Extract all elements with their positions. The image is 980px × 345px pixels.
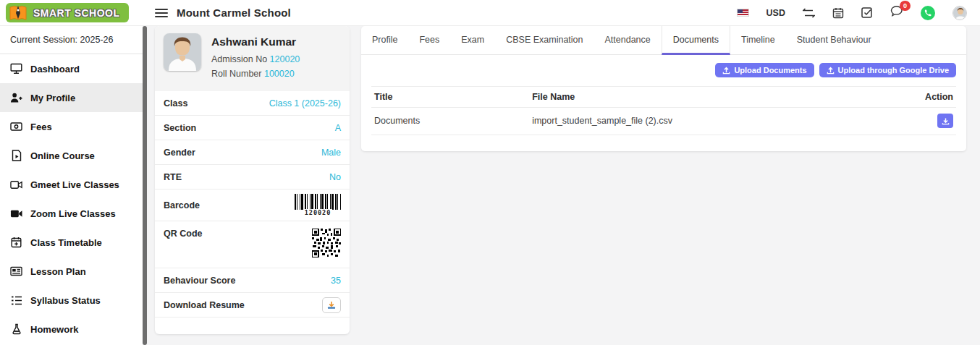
currency-label[interactable]: USD <box>766 8 785 18</box>
user-avatar[interactable] <box>952 6 967 20</box>
upload-google-drive-label: Upload through Google Drive <box>838 66 949 74</box>
logo[interactable]: SMART SCHOOL <box>0 3 143 22</box>
sidebar-item-label: Zoom Live Classes <box>30 208 116 219</box>
sidebar: Current Session: 2025-26 Dashboard My Pr… <box>0 26 143 345</box>
sidebar-item-homework[interactable]: Homework <box>0 315 143 344</box>
detail-row-rte: RTE No <box>155 165 350 189</box>
person-plus-icon <box>10 92 22 104</box>
detail-value: A <box>335 123 341 133</box>
detail-label: Gender <box>164 148 195 158</box>
tab-fees[interactable]: Fees <box>408 26 450 54</box>
tab-attendance[interactable]: Attendance <box>594 26 662 54</box>
sidebar-item-class-timetable[interactable]: Class Timetable <box>0 228 143 257</box>
upload-icon <box>827 67 835 74</box>
flask-icon <box>10 323 22 336</box>
sidebar-item-label: Lesson Plan <box>30 266 86 277</box>
upload-documents-button[interactable]: Upload Documents <box>715 63 814 77</box>
student-detail-panel: Profile Fees Exam CBSE Examination Atten… <box>361 26 966 151</box>
student-profile-card: Ashwani Kumar Admission No 120020 Roll N… <box>155 26 350 334</box>
detail-label: Section <box>164 123 196 133</box>
sidebar-item-label: My Profile <box>30 93 75 103</box>
tab-profile[interactable]: Profile <box>361 26 408 54</box>
tab-exam[interactable]: Exam <box>450 26 495 54</box>
admission-no-value: 120020 <box>270 54 300 64</box>
detail-label: RTE <box>164 172 182 182</box>
download-document-button[interactable] <box>937 114 953 128</box>
task-check-icon[interactable] <box>861 7 872 18</box>
download-resume-label: Download Resume <box>164 300 245 310</box>
detail-value[interactable]: Class 1 (2025-26) <box>269 98 341 108</box>
newspaper-icon <box>10 265 22 278</box>
student-name: Ashwani Kumar <box>211 35 300 48</box>
money-icon <box>10 121 22 133</box>
detail-row-barcode: Barcode 120020 <box>155 189 350 221</box>
download-resume-button[interactable] <box>322 297 341 313</box>
sidebar-item-label: Class Timetable <box>30 237 102 248</box>
admission-label: Admission No <box>211 54 267 64</box>
column-header-title: Title <box>371 87 529 108</box>
chat-badge: 0 <box>900 1 911 11</box>
tab-bar: Profile Fees Exam CBSE Examination Atten… <box>361 26 966 55</box>
sidebar-item-label: Online Course <box>30 150 95 161</box>
document-file-name-cell: import_student_sample_file (2).csv <box>529 108 909 135</box>
sidebar-item-dashboard[interactable]: Dashboard <box>0 54 143 83</box>
barcode-label: Barcode <box>164 200 200 210</box>
detail-row-section: Section A <box>155 116 350 140</box>
sidebar-item-my-profile[interactable]: My Profile <box>0 83 143 112</box>
detail-label: Class <box>164 98 187 108</box>
detail-value: Male <box>321 148 341 158</box>
upload-google-drive-button[interactable]: Upload through Google Drive <box>819 63 956 77</box>
page-title: Mount Carmel School <box>177 7 291 19</box>
sidebar-item-label: Syllabus Status <box>30 295 101 306</box>
behaviour-score-label: Behaviour Score <box>164 276 235 286</box>
sidebar-item-label: Dashboard <box>30 64 80 74</box>
column-header-action: Action <box>909 87 956 108</box>
calendar-plus-icon <box>10 237 22 249</box>
barcode-image: 120020 <box>295 194 341 216</box>
detail-row-qr-code: QR Code <box>155 221 350 268</box>
current-session-label: Current Session: 2025-26 <box>0 26 143 54</box>
detail-value: No <box>329 172 341 182</box>
tab-timeline[interactable]: Timeline <box>730 26 786 54</box>
file-video-icon <box>10 150 22 162</box>
qr-code-image <box>312 229 341 260</box>
sidebar-item-gmeet-live-classes[interactable]: Gmeet Live Classes <box>0 170 143 199</box>
sidebar-item-label: Fees <box>30 122 52 132</box>
logo-text: SMART SCHOOL <box>33 7 120 19</box>
student-photo <box>164 33 201 71</box>
table-row: Documents import_student_sample_file (2)… <box>371 108 956 135</box>
sidebar-item-fees[interactable]: Fees <box>0 112 143 141</box>
exchange-icon[interactable] <box>803 8 815 18</box>
admission-no-line: Admission No 120020 <box>211 52 300 67</box>
column-header-file-name: File Name <box>529 87 909 108</box>
calendar-icon[interactable] <box>832 7 844 19</box>
sidebar-item-online-course[interactable]: Online Course <box>0 141 143 170</box>
roll-number-value: 100020 <box>264 69 295 79</box>
detail-row-download-resume: Download Resume <box>155 293 350 318</box>
tab-student-behaviour[interactable]: Student Behaviour <box>786 26 882 54</box>
sidebar-item-label: Homework <box>30 324 78 335</box>
roll-label: Roll Number <box>211 69 261 79</box>
sidebar-item-syllabus-status[interactable]: Syllabus Status <box>0 286 143 315</box>
sidebar-item-zoom-live-classes[interactable]: Zoom Live Classes <box>0 199 143 228</box>
behaviour-score-value: 35 <box>331 276 341 286</box>
detail-row-behaviour-score: Behaviour Score 35 <box>155 268 350 293</box>
upload-icon <box>722 67 730 74</box>
tab-cbse-examination[interactable]: CBSE Examination <box>495 26 594 54</box>
upload-documents-label: Upload Documents <box>734 66 806 74</box>
detail-row-gender: Gender Male <box>155 140 350 165</box>
hamburger-menu-icon[interactable] <box>155 7 168 20</box>
dashboard-icon <box>10 63 22 75</box>
barcode-number: 120020 <box>303 209 333 216</box>
whatsapp-icon[interactable] <box>921 6 935 20</box>
sidebar-item-lesson-plan[interactable]: Lesson Plan <box>0 257 143 286</box>
us-flag-icon[interactable] <box>737 9 749 17</box>
top-header: SMART SCHOOL Mount Carmel School USD <box>0 0 980 26</box>
tab-documents[interactable]: Documents <box>662 26 730 55</box>
sidebar-item-label: Gmeet Live Classes <box>30 179 119 190</box>
roll-number-line: Roll Number 100020 <box>211 67 300 81</box>
chat-icon[interactable]: 0 <box>890 6 903 20</box>
video-filled-icon <box>10 208 22 220</box>
documents-table: Title File Name Action Documents import_… <box>371 86 956 135</box>
book-pen-icon <box>9 4 28 22</box>
